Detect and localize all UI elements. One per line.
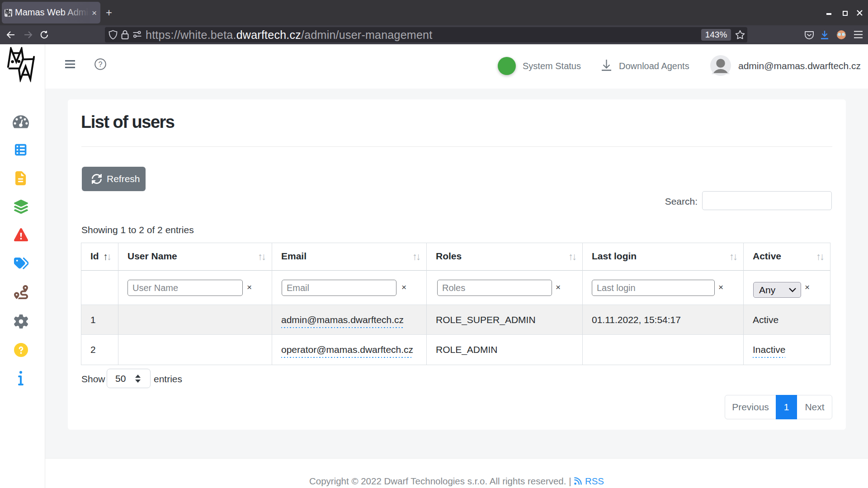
svg-text:?: ?: [99, 61, 103, 68]
